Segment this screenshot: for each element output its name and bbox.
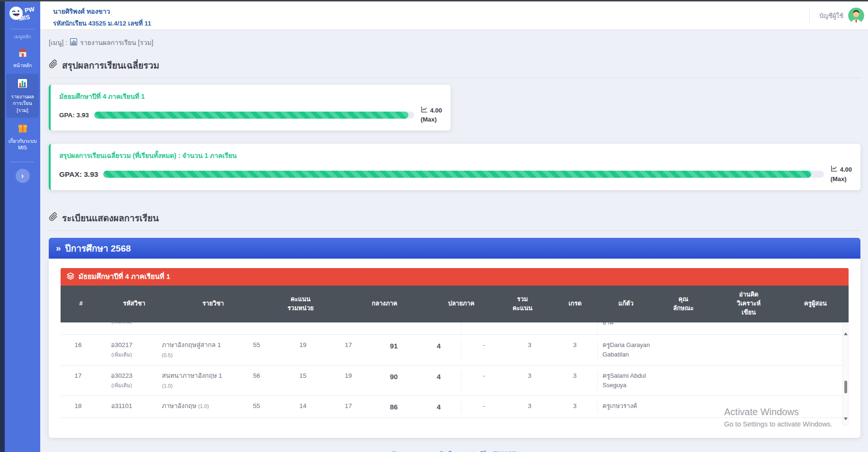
divider (49, 78, 860, 78)
col-grade: เกรด (550, 286, 600, 322)
gpa-max-block: 4.00 (Max) (421, 106, 442, 124)
col-makeup: แก้ตัว (600, 286, 652, 322)
breadcrumb: [เมนู] : รายงานผลการเรียน [รวม] (49, 37, 860, 48)
student-name: นายศิริพงศ์ ทองขาว (53, 6, 151, 17)
gpa-max-caption: (Max) (421, 116, 437, 123)
page-footer: © ระบบสารสนเทศนักเรียน รร.ปทุมวิไล (PW M… (49, 449, 860, 452)
paperclip-icon (49, 60, 58, 71)
cell-teacher: ครูเกษวรางค์ (598, 401, 655, 412)
table-row: 16 อ30217(เพิ่มเติม) ภาษาอังกฤษสู่สากล 1… (61, 335, 849, 365)
gpax-card: สรุปผลการเรียนเฉลี่ยรวม (ที่เรียนทั้งหมด… (49, 144, 860, 190)
cell-traits: 3 (507, 371, 552, 391)
sidebar-item-label: เกี่ยวกับระบบ MIS (8, 138, 37, 151)
scrollbar-thumb[interactable] (844, 381, 847, 393)
cell-midterm: 15 (280, 371, 326, 391)
cell-traits: 3 (507, 340, 552, 360)
table-scrollbar[interactable] (842, 324, 849, 426)
sidebar-collapse-button[interactable]: › (16, 169, 30, 183)
cell-total-score: 91 (371, 340, 416, 360)
gpa-progress-bar (94, 112, 408, 119)
table-row: 18 อ31101 ภาษาอังกฤษ (1.0) 55 14 17 86 4… (61, 396, 849, 417)
logo-text-pw: PW (24, 6, 35, 14)
student-info: รหัสนักเรียน 43525 ม.4/12 เลขที่ 11 (53, 18, 151, 28)
gpax-value-label: GPAX: 3.93 (59, 170, 98, 179)
account-label[interactable]: บัญชีผู้ใช้ (819, 11, 843, 21)
cell-index: 17 (61, 371, 96, 391)
gpax-max-value: 4.00 (840, 165, 852, 174)
cell-midterm: 14 (280, 401, 326, 412)
header-divider (809, 9, 810, 23)
transcript-section-title: ระเบียนแสดงผลการเรียน (49, 211, 860, 225)
cell-reading-analysis: 3 (552, 340, 598, 360)
cell-reading-analysis: 3 (552, 371, 598, 391)
col-midterm: กลางภาค (342, 286, 427, 322)
cell-grade: 4 (416, 371, 461, 391)
chart-line-icon (421, 106, 428, 115)
cell-subject-code: อ31101 (96, 401, 148, 412)
breadcrumb-prefix: [เมนู] : (49, 37, 67, 48)
bar-chart-icon (70, 38, 77, 47)
chart-line-icon (831, 165, 838, 174)
semester-banner: มัธยมศึกษาปีที่ 4 ภาคเรียนที่ 1 (61, 268, 849, 286)
cell-score-units: 56 (233, 371, 280, 391)
sidebar-item-report[interactable]: รายงานผลการเรียน [รวม] (6, 74, 39, 118)
chevron-right-icon: › (21, 172, 24, 180)
page: PW MIS เมนูหลัก หน้าหลัก รายงานผลการเรีย… (0, 0, 868, 452)
cell-total-score: 90 (371, 371, 416, 391)
cell-makeup: - (461, 401, 507, 412)
col-subject-name: รายวิชา (167, 286, 259, 322)
cell-total-score: 86 (371, 401, 416, 412)
sidebar-item-about-mis[interactable]: เกี่ยวกับระบบ MIS (6, 119, 39, 155)
gpax-max-block: 4.00 (Max) (831, 165, 852, 183)
cell-final: 17 (326, 340, 371, 360)
summary-section-title: สรุปผลการเรียนเฉลี่ยรวม (49, 58, 860, 72)
logo-text-mis: MIS (18, 13, 30, 22)
collapsed-panel-strip (0, 1, 5, 452)
cell-index: 18 (61, 401, 96, 412)
app-logo[interactable]: PW MIS (5, 1, 40, 26)
scroll-down-arrow-icon[interactable] (844, 417, 848, 420)
sidebar-item-label: รายงานผลการเรียน [รวม] (8, 93, 37, 113)
sidebar-section-label: เมนูหลัก (6, 33, 39, 40)
gpa-card: มัธยมศึกษาปีที่ 4 ภาคเรียนที่ 1 GPA: 3.9… (49, 85, 451, 130)
table-row-clipped: (เพิ่มเติม) ยาม (61, 322, 849, 335)
col-reading-analysis: อ่านคิด วิเคราะห์ เขียน (715, 286, 782, 322)
col-teacher: ครูผู้สอน (782, 286, 849, 322)
cell-makeup: - (461, 371, 507, 391)
cell-midterm: 19 (280, 340, 326, 360)
user-avatar[interactable] (848, 8, 864, 24)
col-total-score: รวม คะแนน (495, 286, 550, 322)
table-body-scroll-area[interactable]: (เพิ่มเติม) ยาม 16 อ30217(เพิ่มเติม) ภาษ… (61, 322, 849, 426)
cell-teacher: ครูSalami Abdul Sseguya (598, 371, 655, 391)
scroll-up-arrow-icon[interactable] (844, 332, 848, 335)
cell-grade: 4 (416, 401, 461, 412)
summary-title-text: สรุปผลการเรียนเฉลี่ยรวม (62, 58, 159, 72)
cell-grade: 4 (416, 340, 461, 360)
breadcrumb-current[interactable]: รายงานผลการเรียน [รวม] (80, 37, 153, 48)
cell-subject-name: ภาษาอังกฤษ (1.0) (148, 401, 233, 412)
sidebar: PW MIS เมนูหลัก หน้าหลัก รายงานผลการเรีย… (5, 1, 40, 452)
col-score-units: คะแนน รวมหน่วย (259, 286, 342, 322)
top-header: นายศิริพงศ์ ทองขาว รหัสนักเรียน 43525 ม.… (40, 1, 868, 30)
cell-final: 17 (326, 401, 371, 412)
cell-subject-code: อ30217(เพิ่มเติม) (96, 340, 148, 360)
sidebar-divider (10, 29, 35, 29)
cell-subject-code: อ30223(เพิ่มเติม) (96, 371, 148, 391)
sidebar-item-home[interactable]: หน้าหลัก (6, 43, 39, 73)
semester-banner-text: มัธยมศึกษาปีที่ 4 ภาคเรียนที่ 1 (79, 271, 170, 282)
cell-reading-analysis: 3 (552, 401, 598, 412)
sidebar-item-label: หน้าหลัก (13, 62, 32, 69)
year-banner-text: ปีการศึกษา 2568 (65, 241, 131, 255)
year-banner[interactable]: » ปีการศึกษา 2568 (49, 238, 860, 259)
window-top-edge (0, 0, 868, 1)
double-chevron-icon: » (56, 243, 61, 253)
gpax-progress-track (103, 171, 824, 178)
col-final: ปลายภาค (427, 286, 495, 322)
main-content: [เมนู] : รายงานผลการเรียน [รวม] สรุปผลกา… (40, 30, 868, 452)
transcript-card: มัธยมศึกษาปีที่ 4 ภาคเรียนที่ 1 # รหัสวิ… (49, 259, 860, 438)
table-header-row: # รหัสวิชา รายวิชา คะแนน รวมหน่วย กลางภา… (61, 286, 849, 322)
cell-subject-name: สนทนาภาษาอังกฤษ 1 (1.0) (148, 371, 233, 391)
gpax-max-caption: (Max) (831, 175, 847, 183)
gpa-progress-track (94, 112, 414, 119)
divider (49, 230, 860, 231)
